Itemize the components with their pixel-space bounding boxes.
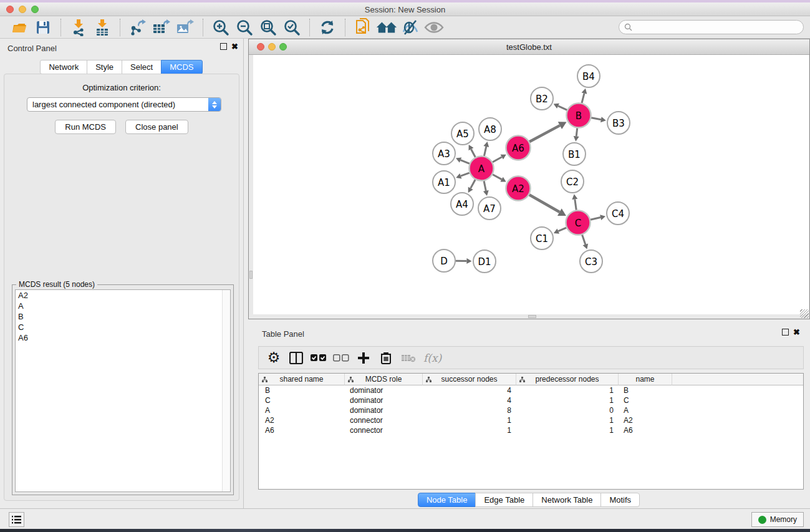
- node-B3[interactable]: B3: [607, 112, 630, 134]
- show-task-history-button[interactable]: [9, 512, 24, 527]
- run-mcds-button[interactable]: Run MCDS: [55, 120, 116, 134]
- edge-A-A2[interactable]: [493, 175, 502, 180]
- node-table[interactable]: shared nameMCDS rolesuccessor nodesprede…: [258, 373, 804, 490]
- edge-A-A4[interactable]: [471, 180, 476, 188]
- deselect-all-checkboxes-icon[interactable]: [331, 349, 351, 367]
- delete-table-icon[interactable]: [398, 349, 418, 367]
- node-A6[interactable]: A6: [506, 136, 531, 160]
- edge-A-A7[interactable]: [484, 181, 486, 191]
- node-A3[interactable]: A3: [433, 142, 455, 165]
- hscroll-thumb[interactable]: [528, 315, 536, 318]
- table-cell[interactable]: A: [619, 405, 672, 415]
- edge-C-C1[interactable]: [558, 228, 566, 231]
- table-row[interactable]: Adominator80A: [259, 405, 803, 415]
- table-row[interactable]: Bdominator41B: [259, 385, 803, 395]
- edge-B-B1[interactable]: [576, 128, 577, 136]
- edge-A6-B[interactable]: [529, 125, 560, 142]
- optimization-criterion-select[interactable]: largest connected component (directed): [27, 97, 221, 112]
- edge-A-A3[interactable]: [461, 160, 470, 164]
- network-from-selection-icon[interactable]: [352, 18, 374, 37]
- node-A7[interactable]: A7: [478, 197, 501, 220]
- close-table-panel-icon[interactable]: ✖: [793, 329, 800, 336]
- column-header[interactable]: successor nodes: [423, 374, 516, 385]
- table-cell[interactable]: 1: [423, 425, 516, 435]
- network-horizontal-scrollbar[interactable]: [253, 314, 809, 319]
- tab-style[interactable]: Style: [87, 60, 122, 74]
- delete-columns-icon[interactable]: [376, 349, 396, 367]
- node-A1[interactable]: A1: [433, 171, 455, 193]
- zoom-selected-icon[interactable]: [281, 18, 302, 37]
- edge-B-B2[interactable]: [558, 106, 567, 110]
- node-C2[interactable]: C2: [561, 170, 584, 193]
- table-cell[interactable]: 8: [423, 405, 516, 415]
- table-cell[interactable]: B: [619, 385, 672, 395]
- table-cell[interactable]: C: [619, 395, 672, 405]
- edge-A-A6[interactable]: [493, 157, 502, 162]
- node-C4[interactable]: C4: [607, 202, 629, 225]
- table-cell[interactable]: B: [259, 385, 345, 395]
- node-A8[interactable]: A8: [479, 118, 501, 140]
- mcds-result-item[interactable]: A2: [16, 290, 230, 301]
- node-C[interactable]: C: [566, 211, 591, 235]
- tab-network[interactable]: Network: [40, 60, 87, 74]
- mcds-result-item[interactable]: C: [16, 322, 230, 332]
- network-canvas[interactable]: B4B2BB3A8A5A6A3B1AA1C2A2A4A7C4CC1C3DD1: [253, 55, 809, 314]
- float-table-panel-icon[interactable]: [782, 329, 789, 336]
- mcds-result-item[interactable]: A: [16, 301, 230, 311]
- node-D1[interactable]: D1: [473, 250, 496, 273]
- column-header[interactable]: MCDS role: [345, 374, 423, 385]
- tab-node-table[interactable]: Node Table: [418, 493, 476, 507]
- node-A[interactable]: A: [470, 157, 494, 181]
- export-network-icon[interactable]: [127, 18, 148, 37]
- table-cell[interactable]: 4: [423, 395, 516, 405]
- network-window-titlebar[interactable]: testGlobe.txt: [249, 39, 809, 55]
- show-graphics-details-icon[interactable]: [423, 18, 445, 37]
- table-cell[interactable]: A2: [619, 415, 672, 425]
- table-cell[interactable]: 1: [516, 395, 619, 405]
- hide-graphics-details-icon[interactable]: [400, 18, 421, 37]
- table-cell[interactable]: connector: [345, 415, 423, 425]
- tab-motifs[interactable]: Motifs: [600, 493, 640, 507]
- table-cell[interactable]: A6: [259, 425, 345, 435]
- add-column-icon[interactable]: [354, 349, 374, 367]
- table-cell[interactable]: 1: [516, 385, 619, 395]
- show-columns-icon[interactable]: [286, 349, 306, 367]
- import-network-icon[interactable]: [68, 18, 89, 37]
- memory-button[interactable]: Memory: [751, 512, 804, 527]
- node-D[interactable]: D: [433, 249, 455, 272]
- save-session-icon[interactable]: [32, 18, 54, 37]
- zoom-fit-icon[interactable]: [258, 18, 279, 37]
- table-row[interactable]: A2connector11A2: [259, 415, 803, 425]
- node-A2[interactable]: A2: [506, 177, 531, 201]
- export-table-icon[interactable]: [151, 18, 172, 37]
- edge-A-A1[interactable]: [461, 173, 470, 176]
- search-input[interactable]: [632, 22, 803, 33]
- table-cell[interactable]: 1: [516, 415, 619, 425]
- float-panel-icon[interactable]: [220, 43, 227, 50]
- node-B2[interactable]: B2: [531, 87, 553, 110]
- tab-mcds[interactable]: MCDS: [161, 60, 202, 74]
- import-table-icon[interactable]: [92, 18, 113, 37]
- result-list-scrollbar[interactable]: [222, 290, 230, 491]
- column-header[interactable]: predecessor nodes: [516, 374, 619, 385]
- table-cell[interactable]: dominator: [345, 405, 423, 415]
- node-C1[interactable]: C1: [531, 227, 553, 249]
- home-icon[interactable]: [376, 18, 397, 37]
- close-panel-icon[interactable]: ✖: [231, 43, 238, 50]
- table-cell[interactable]: 1: [423, 415, 516, 425]
- mcds-result-item[interactable]: A6: [16, 332, 230, 343]
- network-vertical-scrollbar[interactable]: [249, 55, 253, 314]
- search-field[interactable]: [619, 20, 804, 34]
- table-cell[interactable]: C: [259, 395, 345, 405]
- node-A4[interactable]: A4: [451, 193, 473, 215]
- close-panel-button[interactable]: Close panel: [125, 120, 188, 134]
- edge-B-B3[interactable]: [591, 118, 601, 120]
- table-options-gear-icon[interactable]: ⚙: [264, 349, 284, 367]
- node-C3[interactable]: C3: [580, 250, 602, 273]
- table-cell[interactable]: A2: [259, 415, 345, 425]
- mcds-result-item[interactable]: B: [16, 311, 230, 322]
- zoom-out-icon[interactable]: [234, 18, 255, 37]
- tab-edge-table[interactable]: Edge Table: [475, 493, 533, 507]
- window-resize-grip[interactable]: [800, 309, 809, 318]
- table-cell[interactable]: dominator: [345, 385, 423, 395]
